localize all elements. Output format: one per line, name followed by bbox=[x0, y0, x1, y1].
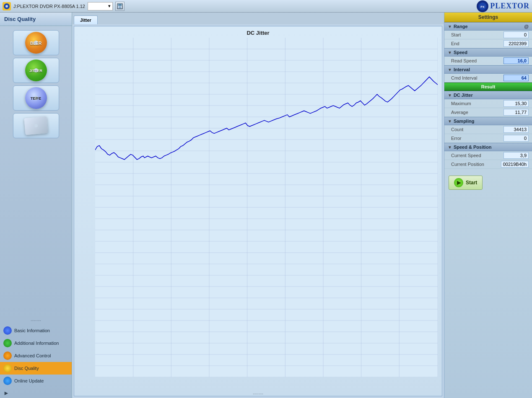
jitter-label: JITTER bbox=[29, 69, 42, 73]
cmd-interval-row: Cmd Interval 64 bbox=[444, 74, 532, 83]
svg-text:PX: PX bbox=[481, 5, 485, 8]
svg-rect-4 bbox=[119, 6, 121, 8]
sidebar-item-disc-quality[interactable]: Disc Quality bbox=[0, 362, 72, 375]
disc-icon-bler[interactable]: BLER bbox=[13, 30, 59, 55]
plextor-logo-text: PLEXTOR bbox=[490, 2, 529, 10]
device-dropdown[interactable]: ▾ bbox=[88, 2, 113, 10]
average-label: Average bbox=[451, 110, 468, 115]
additional-info-icon bbox=[3, 339, 12, 347]
range-section-header[interactable]: ▼ Range @ bbox=[444, 22, 532, 31]
app-icon bbox=[3, 2, 11, 10]
dc-jitter-label: DC Jitter bbox=[454, 93, 473, 98]
chart-svg: 0 0,5 1 1,5 2 2,5 3 3,5 4 4,5 5 5,5 6 6,… bbox=[95, 38, 438, 377]
sidebar-item-online-update[interactable]: Online Update bbox=[0, 375, 72, 387]
result-header: Result bbox=[444, 83, 532, 91]
range-start-row: Start 0 bbox=[444, 31, 532, 39]
expand-arrow-icon[interactable]: ► bbox=[3, 390, 9, 396]
disc-icon-tefe[interactable]: TE/FE bbox=[13, 85, 59, 111]
start-button-label: Start bbox=[466, 180, 477, 186]
interval-section-header[interactable]: ▼ Interval bbox=[444, 65, 532, 74]
error-row: Error 0 bbox=[444, 134, 532, 143]
sidebar: Disc Quality BLER JITTER TE/FE bbox=[0, 13, 72, 398]
disc-quality-label: Disc Quality bbox=[14, 366, 39, 371]
current-position-label: Current Position bbox=[451, 162, 484, 167]
settings-panel: Settings ▼ Range @ Start 0 End 2202399 ▼… bbox=[444, 13, 532, 398]
svg-rect-3 bbox=[118, 4, 122, 6]
settings-header: Settings bbox=[444, 13, 532, 22]
sidebar-item-advanced-control[interactable]: Advanced Control bbox=[0, 349, 72, 362]
tab-jitter[interactable]: Jitter bbox=[74, 16, 98, 24]
sidebar-item-additional-information[interactable]: Additional Information bbox=[0, 337, 72, 349]
average-value: 11,77 bbox=[503, 109, 529, 116]
advanced-control-label: Advanced Control bbox=[14, 353, 51, 358]
chart-bottom-dots: ......... bbox=[74, 390, 442, 396]
dc-jitter-section-header[interactable]: ▼ DC Jitter bbox=[444, 91, 532, 99]
speed-position-label: Speed & Position bbox=[454, 145, 491, 150]
speed-section-header[interactable]: ▼ Speed bbox=[444, 48, 532, 57]
sampling-collapse-icon: ▼ bbox=[448, 119, 452, 124]
sidebar-header: Disc Quality bbox=[0, 13, 72, 26]
start-button-area: ▶ Start bbox=[444, 169, 532, 196]
current-position-row: Current Position 00219B40h bbox=[444, 160, 532, 169]
range-end-row: End 2202399 bbox=[444, 39, 532, 48]
speed-collapse-icon: ▼ bbox=[448, 50, 452, 55]
chart-title: DC Jitter bbox=[74, 26, 442, 38]
sampling-section-header[interactable]: ▼ Sampling bbox=[444, 117, 532, 125]
sidebar-item-basic-information[interactable]: Basic Information bbox=[0, 324, 72, 337]
at-icon[interactable]: @ bbox=[524, 24, 529, 29]
maximum-value: 15,30 bbox=[503, 100, 529, 107]
count-value: 34413 bbox=[503, 126, 529, 133]
read-speed-row: Read Speed 16,0 bbox=[444, 57, 532, 65]
error-label: Error bbox=[451, 136, 461, 141]
save-button[interactable] bbox=[115, 2, 125, 11]
chart-wrap: 0 0,5 1 1,5 2 2,5 3 3,5 4 4,5 5 5,5 6 6,… bbox=[74, 38, 442, 390]
plextor-logo-icon: PX bbox=[477, 0, 488, 12]
jitter-disc: JITTER bbox=[25, 59, 47, 81]
range-collapse-icon: ▼ bbox=[448, 24, 452, 29]
basic-info-icon bbox=[3, 326, 12, 335]
disc-icon-jitter[interactable]: JITTER bbox=[13, 58, 59, 83]
range-label: Range bbox=[454, 24, 468, 29]
tab-bar: Jitter bbox=[72, 13, 444, 24]
speed-position-collapse-icon: ▼ bbox=[448, 145, 452, 150]
maximum-label: Maximum bbox=[451, 101, 471, 106]
bler-label: BLER bbox=[30, 41, 42, 46]
current-speed-row: Current Speed 3,9 bbox=[444, 151, 532, 160]
end-label: End bbox=[451, 41, 459, 46]
content-area: Jitter DC Jitter bbox=[72, 13, 444, 398]
end-value: 2202399 bbox=[503, 40, 529, 47]
cmd-interval-label: Cmd Interval bbox=[451, 75, 477, 80]
disc-quality-icon bbox=[3, 364, 12, 372]
interval-label: Interval bbox=[454, 67, 470, 72]
advanced-control-icon bbox=[3, 351, 12, 360]
count-label: Count bbox=[451, 127, 463, 132]
nav-items: Basic Information Additional Information… bbox=[0, 323, 72, 388]
start-value: 0 bbox=[503, 31, 529, 38]
other-disc bbox=[24, 116, 48, 135]
speed-position-section-header[interactable]: ▼ Speed & Position bbox=[444, 143, 532, 151]
additional-info-label: Additional Information bbox=[14, 341, 59, 346]
average-row: Average 11,77 bbox=[444, 108, 532, 117]
start-label: Start bbox=[451, 32, 461, 37]
read-speed-value: 16,0 bbox=[503, 57, 529, 64]
error-value: 0 bbox=[503, 135, 529, 142]
count-row: Count 34413 bbox=[444, 125, 532, 134]
interval-collapse-icon: ▼ bbox=[448, 67, 452, 72]
sidebar-dots: ......... bbox=[0, 315, 72, 323]
sampling-label: Sampling bbox=[454, 119, 475, 124]
dc-jitter-collapse-icon: ▼ bbox=[448, 93, 452, 98]
titlebar: J:PLEXTOR DVDR PX-8805A 1.12 ▾ PX PLEXTO… bbox=[0, 0, 532, 13]
current-position-value: 00219B40h bbox=[501, 161, 529, 168]
maximum-row: Maximum 15,30 bbox=[444, 99, 532, 108]
online-update-label: Online Update bbox=[14, 378, 44, 383]
tefe-label: TE/FE bbox=[31, 96, 42, 101]
bler-disc: BLER bbox=[25, 32, 47, 54]
start-button-icon: ▶ bbox=[454, 178, 463, 187]
app-title: J:PLEXTOR DVDR PX-8805A 1.12 bbox=[13, 4, 85, 9]
svg-point-1 bbox=[5, 5, 8, 8]
plextor-logo: PX PLEXTOR bbox=[477, 0, 529, 12]
basic-info-label: Basic Information bbox=[14, 328, 50, 333]
disc-icon-other[interactable] bbox=[13, 113, 59, 138]
start-button[interactable]: ▶ Start bbox=[449, 176, 483, 190]
cmd-interval-value: 64 bbox=[503, 75, 529, 81]
